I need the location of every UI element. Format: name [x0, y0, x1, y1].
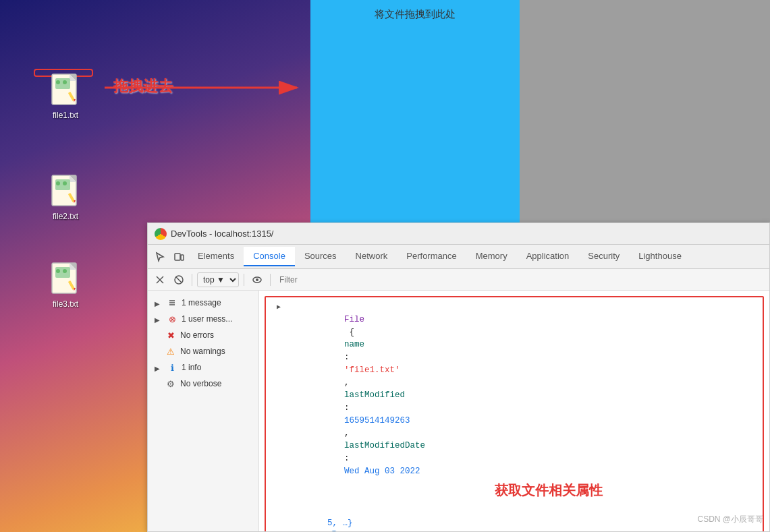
svg-line-31 — [176, 276, 182, 282]
verbose-label: No verbose — [180, 379, 221, 388]
tab-lighthouse[interactable]: Lighthouse — [629, 247, 691, 266]
drag-annotation: 拖拽进去 — [113, 76, 173, 96]
svg-point-21 — [63, 269, 67, 273]
sidebar-item-messages[interactable]: ▶ 1 message — [148, 295, 258, 311]
file3-icon-img — [49, 262, 82, 297]
file1-icon[interactable]: file1.txt — [38, 73, 92, 120]
device-icon[interactable] — [169, 247, 188, 266]
sidebar-item-errors[interactable]: ✖ No errors — [148, 327, 258, 343]
tab-elements[interactable]: Elements — [188, 247, 244, 266]
devtools-panel: DevTools - localhost:1315/ Elements Cons… — [147, 223, 770, 532]
console-file-object[interactable]: ▶ File { name : 'file1.txt' , lastModifi… — [271, 300, 757, 491]
warnings-label: No warnings — [180, 347, 225, 356]
sidebar-item-info[interactable]: ▶ ℹ 1 info — [148, 359, 258, 376]
svg-point-20 — [56, 269, 60, 273]
devtools-title: DevTools - localhost:1315/ — [171, 229, 273, 239]
context-selector[interactable]: top ▼ — [197, 272, 239, 287]
tab-memory[interactable]: Memory — [466, 247, 517, 266]
console-line1: File { name : 'file1.txt' , lastModified… — [283, 301, 425, 490]
devtools-content: ▶ 1 message ▶ ⊗ 1 user mess... ✖ No erro… — [148, 291, 769, 531]
info-icon: ℹ — [167, 362, 177, 373]
file2-icon[interactable]: file2.txt — [38, 174, 92, 221]
svg-point-12 — [56, 181, 60, 185]
svg-rect-26 — [175, 254, 180, 260]
user-messages-label: 1 user mess... — [182, 314, 232, 324]
get-file-annotation: 获取文件相关属性 — [495, 481, 603, 500]
inspect-icon[interactable] — [150, 247, 169, 266]
sidebar-item-warnings[interactable]: ⚠ No warnings — [148, 343, 258, 359]
errors-label: No errors — [180, 330, 214, 340]
gray-area — [520, 0, 770, 223]
eye-icon[interactable] — [249, 272, 265, 288]
expand-file-icon: ▶ — [277, 302, 281, 312]
tab-sources[interactable]: Sources — [295, 247, 346, 266]
devtools-tabs: Elements Console Sources Network Perform… — [148, 245, 769, 269]
user-icon: ⊗ — [167, 314, 177, 324]
sidebar-item-user-messages[interactable]: ▶ ⊗ 1 user mess... — [148, 311, 258, 327]
svg-rect-27 — [181, 255, 184, 260]
list-icon — [167, 297, 177, 308]
tab-performance[interactable]: Performance — [397, 247, 466, 266]
svg-point-4 — [56, 80, 60, 84]
csdn-watermark: CSDN @小辰哥哥 — [697, 514, 763, 525]
expand-user-icon: ▶ — [155, 316, 160, 324]
file2-label: file2.txt — [53, 212, 78, 221]
tab-security[interactable]: Security — [578, 247, 629, 266]
expand-messages-icon: ▶ — [155, 300, 160, 307]
messages-label: 1 message — [182, 298, 221, 307]
info-badge: i — [329, 531, 339, 531]
devtools-titlebar: DevTools - localhost:1315/ — [148, 223, 769, 245]
verbose-icon: ⚙ — [165, 378, 176, 389]
svg-point-33 — [256, 278, 258, 281]
block-icon[interactable] — [171, 272, 187, 288]
warning-icon: ⚠ — [165, 346, 176, 357]
tab-network[interactable]: Network — [346, 247, 397, 266]
svg-point-13 — [63, 181, 67, 185]
info-label: 1 info — [182, 363, 201, 372]
error-icon: ✖ — [165, 330, 176, 341]
file3-label: file3.txt — [53, 299, 78, 309]
tab-application[interactable]: Application — [517, 247, 579, 266]
console-sidebar: ▶ 1 message ▶ ⊗ 1 user mess... ✖ No erro… — [148, 291, 259, 531]
chrome-icon — [155, 228, 167, 240]
drop-zone-text: 将文件拖拽到此处 — [375, 8, 456, 21]
clear-console-btn[interactable] — [152, 272, 168, 288]
toolbar-sep-1 — [192, 274, 192, 286]
file3-icon[interactable]: file3.txt — [38, 262, 92, 309]
sidebar-item-verbose[interactable]: ⚙ No verbose — [148, 376, 258, 392]
file1-label: file1.txt — [53, 111, 78, 120]
svg-point-5 — [63, 80, 67, 84]
expand-info-icon: ▶ — [155, 365, 160, 372]
file2-icon-img — [49, 174, 82, 209]
filter-input[interactable] — [275, 275, 765, 285]
drag-label: 拖拽进去 — [113, 78, 173, 94]
toolbar-sep-2 — [244, 274, 244, 286]
tab-console[interactable]: Console — [244, 247, 295, 266]
toolbar-sep-3 — [270, 274, 271, 286]
console-toolbar: top ▼ — [148, 269, 769, 291]
file1-icon-img — [49, 73, 82, 108]
drop-zone[interactable]: 将文件拖拽到此处 — [310, 0, 520, 223]
